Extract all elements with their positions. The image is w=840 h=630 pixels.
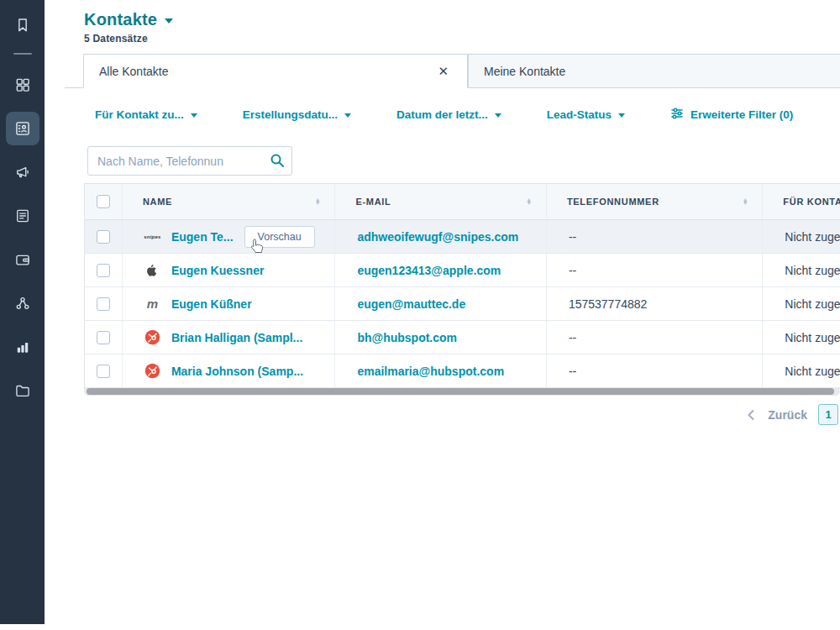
hubspot-logo [144,329,160,345]
sidebar-item-marketing[interactable] [6,155,39,189]
header-phone[interactable]: TELEFONNUMMER ▲▼ [546,184,762,219]
search-icon[interactable] [270,153,285,171]
bar-chart-icon [14,339,31,355]
filter-label: Datum der letzt... [396,108,488,121]
grid-icon [14,76,31,93]
contact-phone: -- [569,365,576,378]
contact-email-link[interactable]: emailmaria@hubspot.com [357,365,504,378]
chevron-down-icon [191,113,197,118]
pagination-page-1[interactable]: 1 [818,404,838,425]
row-checkbox[interactable] [97,297,110,311]
sort-icon[interactable]: ▲▼ [315,198,322,205]
sliders-icon [670,107,684,123]
contact-owner: Nicht zuge [785,365,840,378]
contact-owner: Nicht zuge [785,297,840,311]
pagination-back[interactable]: Zurück [768,408,807,422]
row-checkbox[interactable] [97,331,110,344]
contact-email-link[interactable]: eugen123413@apple.com [357,264,501,277]
contacts-icon [14,120,31,137]
contact-email-link[interactable]: adhweoifewugf@snipes.com [357,230,518,244]
sidebar-item-crm-contacts[interactable] [6,112,39,145]
sidebar-divider [13,53,32,55]
preview-button[interactable]: Vorschau [244,226,315,248]
contact-name-link[interactable]: Eugen Kuessner [171,264,264,277]
document-icon [14,207,31,224]
table-row[interactable]: Brian Halligan (Sampl... bh@hubspot.com … [85,321,840,354]
contact-name-link[interactable]: Eugen Küßner [171,297,252,311]
sort-icon[interactable]: ▲▼ [526,198,533,205]
megaphone-icon [14,164,31,181]
header-label: NAME [143,197,172,207]
folder-icon [14,382,31,399]
tab-label: Alle Kontakte [99,65,169,78]
workflow-icon [14,295,31,312]
select-all-checkbox[interactable] [97,195,110,208]
sidebar-item-bookmarks[interactable] [12,14,34,36]
snipes-logo: snipes [144,228,160,244]
sidebar-item-content[interactable] [6,199,39,233]
main-content: Kontakte 5 Datensätze Alle Kontakte ✕ Me… [45,0,840,624]
filter-label: Erstellungsdatu... [243,108,338,121]
row-checkbox[interactable] [97,264,110,277]
filter-label: Für Kontakt zu... [95,108,184,121]
chevron-down-icon [344,113,351,118]
contact-name-link[interactable]: Brian Halligan (Sampl... [171,331,302,344]
page-title: Kontakte [84,10,157,29]
sidebar-item-library[interactable] [6,374,39,407]
wallet-icon [14,251,31,268]
sidebar-item-apps[interactable] [6,68,39,102]
header-label: FÜR KONTA [783,197,840,207]
contact-email-link[interactable]: bh@hubspot.com [357,331,457,344]
sidebar-item-reporting[interactable] [6,330,39,364]
advanced-filters-button[interactable]: Erweiterte Filter (0) [670,107,793,123]
contact-phone: -- [569,331,576,344]
horizontal-scrollbar[interactable] [84,387,840,396]
contact-owner: Nicht zuge [785,331,840,344]
tab-meine-kontakte[interactable]: Meine Kontakte [468,54,840,87]
filter-last-activity[interactable]: Datum der letzt... [396,108,501,121]
contact-phone: -- [569,230,576,244]
filter-label: Lead-Status [547,108,612,121]
mauttec-logo: m [144,296,160,312]
contact-owner: Nicht zuge [785,230,840,244]
row-checkbox[interactable] [97,365,110,378]
header-name[interactable]: NAME ▲▼ [122,184,334,219]
chevron-down-icon [618,113,625,118]
advanced-filters-label: Erweiterte Filter (0) [690,108,793,121]
sidebar-item-automation[interactable] [6,286,39,320]
pagination: Zurück 1 [745,404,838,425]
row-checkbox[interactable] [97,230,110,244]
filter-contact-owner[interactable]: Für Kontakt zu... [95,108,197,121]
filter-lead-status[interactable]: Lead-Status [547,108,625,121]
sidebar-item-commerce[interactable] [6,243,39,276]
view-tabbar: Alle Kontakte ✕ Meine Kontakte [65,54,840,88]
table-row[interactable]: Maria Johnson (Samp... emailmaria@hubspo… [85,354,840,388]
contact-email-link[interactable]: eugen@mauttec.de [357,297,465,311]
table-row[interactable]: snipes Eugen Te... Vorschau adhweoifewug… [85,220,840,254]
header-owner[interactable]: FÜR KONTA [762,184,840,219]
sort-icon[interactable]: ▲▼ [743,198,749,205]
search-input[interactable] [87,146,292,176]
title-dropdown-caret-icon[interactable] [165,18,173,24]
contacts-table: NAME ▲▼ E-MAIL ▲▼ TELEFONNUMMER ▲▼ FÜR K… [84,183,840,389]
apple-logo [144,262,160,278]
tab-label: Meine Kontakte [484,65,565,78]
tab-alle-kontakte[interactable]: Alle Kontakte ✕ [83,54,468,88]
filter-create-date[interactable]: Erstellungsdatu... [243,108,351,121]
contact-owner: Nicht zuge [785,264,840,277]
contact-name-link[interactable]: Eugen Te... [171,230,234,244]
select-all-cell [85,184,122,219]
search-box [87,146,292,176]
chevron-left-icon[interactable] [745,408,757,422]
header-label: TELEFONNUMMER [567,197,659,207]
close-icon[interactable]: ✕ [434,63,452,79]
header-email[interactable]: E-MAIL ▲▼ [334,184,545,219]
scrollbar-thumb[interactable] [87,388,834,395]
contact-phone: 157537774882 [569,297,647,311]
page-header: Kontakte 5 Datensätze [45,0,840,45]
contact-name-link[interactable]: Maria Johnson (Samp... [171,365,303,378]
chevron-down-icon [495,113,501,118]
table-row[interactable]: m Eugen Küßner eugen@mauttec.de 15753777… [85,287,840,321]
table-row[interactable]: Eugen Kuessner eugen123413@apple.com -- … [85,254,840,287]
table-header-row: NAME ▲▼ E-MAIL ▲▼ TELEFONNUMMER ▲▼ FÜR K… [85,184,840,220]
